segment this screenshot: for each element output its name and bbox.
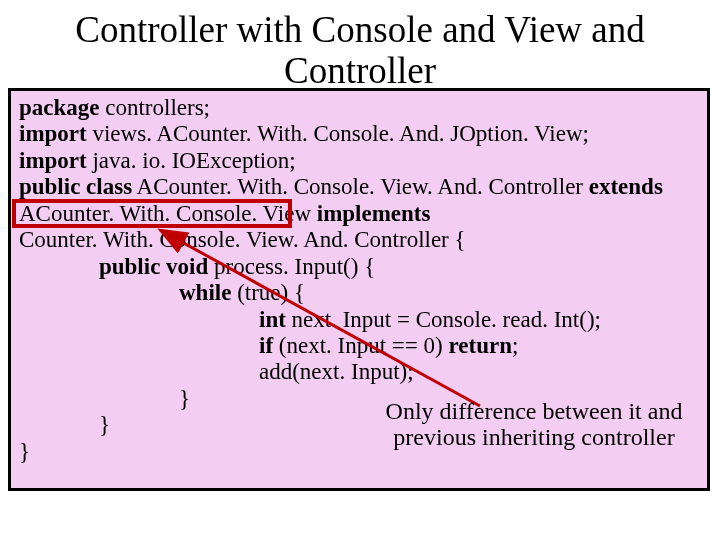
- slide-title: Controller with Console and View and Con…: [0, 0, 720, 91]
- code-line: public class ACounter. With. Console. Vi…: [19, 174, 699, 200]
- code-line: package controllers;: [19, 95, 699, 121]
- slide: Controller with Console and View and Con…: [0, 0, 720, 540]
- code-line: add(next. Input);: [19, 359, 699, 385]
- code-line: Counter. With. Console. View. And. Contr…: [19, 227, 699, 253]
- code-line: public void process. Input() {: [19, 254, 699, 280]
- annotation-text: Only difference between it and previous …: [384, 398, 684, 451]
- code-line: import java. io. IOException;: [19, 148, 699, 174]
- code-line: int next. Input = Console. read. Int();: [19, 307, 699, 333]
- code-line: while (true) {: [19, 280, 699, 306]
- highlight-box: [12, 199, 292, 228]
- code-line: if (next. Input == 0) return;: [19, 333, 699, 359]
- code-line: import views. ACounter. With. Console. A…: [19, 121, 699, 147]
